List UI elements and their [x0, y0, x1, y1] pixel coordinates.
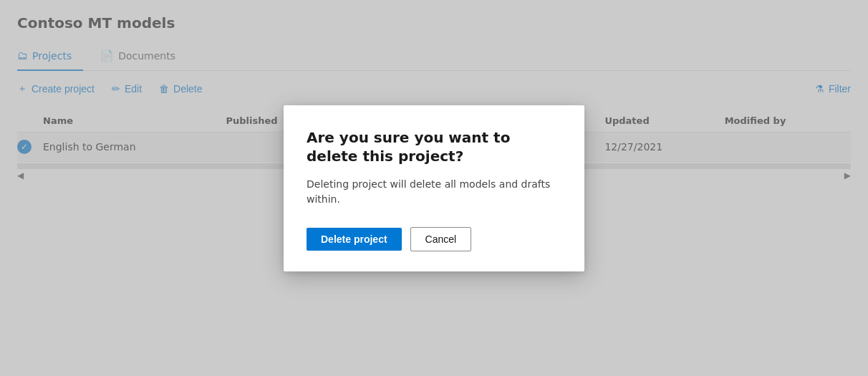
cancel-button[interactable]: Cancel: [410, 227, 472, 251]
modal-title: Are you sure you want to delete this pro…: [307, 128, 561, 165]
modal-backdrop: Are you sure you want to delete this pro…: [0, 0, 868, 376]
confirm-delete-button[interactable]: Delete project: [307, 228, 402, 251]
modal-actions: Delete project Cancel: [307, 227, 561, 251]
modal-body: Deleting project will delete all models …: [307, 177, 561, 207]
main-content: Contoso MT models 🗂 Projects 📄 Documents…: [0, 0, 868, 376]
delete-confirmation-modal: Are you sure you want to delete this pro…: [284, 105, 584, 271]
